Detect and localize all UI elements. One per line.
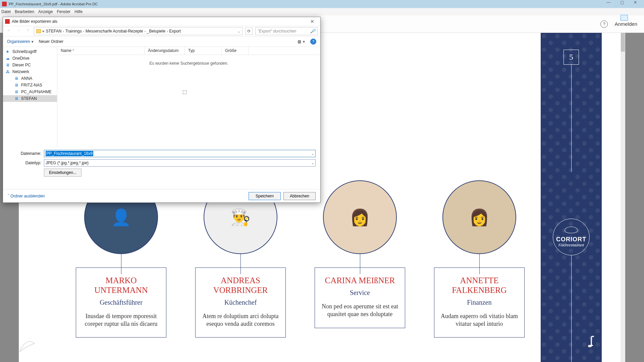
folder-icon <box>36 29 41 33</box>
refresh-button[interactable]: ⟳ <box>245 27 253 35</box>
col-modified[interactable]: Änderungsdatum <box>145 47 185 55</box>
crumb[interactable]: Export <box>169 29 181 34</box>
dialog-toolbar: Organisieren ▼ Neuer Ordner ▦ ▼ ? <box>3 37 320 47</box>
nav-back-button[interactable]: ← <box>6 28 12 35</box>
nav-forward-button[interactable]: → <box>15 28 22 35</box>
dialog-nav: ← → ↑ « STEFAN› Trainings› Messerscharfe… <box>3 26 320 37</box>
search-icon: 🔎 <box>310 29 315 34</box>
card-blurb: Atem re doluptium arci dolupta esequo ve… <box>200 312 281 328</box>
folder-tree: ★Schnellzugriff ☁OneDrive 🖥Dieser PC 🖧Ne… <box>3 47 57 147</box>
tree-network[interactable]: 🖧Netzwerk <box>3 68 57 75</box>
tree-onedrive[interactable]: ☁OneDrive <box>3 55 57 62</box>
app-title: PP_Fischrestaurant_16x9.pdf - Adobe Acro… <box>9 2 602 6</box>
search-placeholder: "Export" durchsuchen <box>258 29 296 34</box>
tree-node[interactable]: 🖥FRITZ-NAS <box>3 82 57 88</box>
monitor-icon: 🖥 <box>14 76 19 81</box>
card-blurb: Non ped eos aperume sit est eat quasitet… <box>320 303 400 318</box>
file-list: Name ^ Änderungsdatum Typ Größe Es wurde… <box>57 47 320 147</box>
card-blurb: Inusdae di tempore mporessit coreper rup… <box>81 312 161 328</box>
monitor-icon: 🖥 <box>14 89 19 94</box>
page-number-box: 5 <box>564 50 579 65</box>
menu-file[interactable]: Datei <box>1 9 11 14</box>
brand-name: CORIORT <box>556 236 586 243</box>
window-close-button[interactable]: ✕ <box>629 0 642 8</box>
card-role: Geschäftsführer <box>81 299 161 306</box>
chevron-down-icon[interactable]: ⌄ <box>311 152 314 156</box>
sidebar-line <box>571 255 572 362</box>
chevron-down-icon[interactable]: ⌄ <box>237 29 240 33</box>
file-list-header: Name ^ Änderungsdatum Typ Größe <box>57 47 320 55</box>
col-name[interactable]: Name ^ <box>57 47 145 55</box>
brand-subtitle: Fischrestaurant <box>558 243 584 247</box>
dialog-body: ★Schnellzugriff ☁OneDrive 🖥Dieser PC 🖧Ne… <box>3 47 320 147</box>
breadcrumb-bar[interactable]: « STEFAN› Trainings› Messerscharfe Acrob… <box>34 27 243 35</box>
network-icon: 🖧 <box>6 69 10 74</box>
acrobat-logo-icon <box>5 19 10 24</box>
team-photo: 👩 <box>442 180 516 254</box>
window-maximize-button[interactable]: ▢ <box>615 0 629 8</box>
card-role: Service <box>320 289 400 297</box>
new-folder-button[interactable]: Neuer Ordner <box>39 39 63 44</box>
card-name: ANNETTE FALKENBERG <box>439 276 520 295</box>
team-photo: 👩 <box>323 180 397 254</box>
filename-input[interactable]: PP_Fischrestaurant_16x9 ⌄ <box>44 150 316 157</box>
nav-up-button[interactable]: ↑ <box>24 28 31 35</box>
dialog-close-button[interactable]: ✕ <box>306 17 318 26</box>
card-box: MARKO UNTERMANN Geschäftsführer Inusdae … <box>76 267 166 338</box>
monitor-icon: 🖥 <box>14 96 19 101</box>
crumb[interactable]: « <box>42 29 45 34</box>
app-menubar: Datei Bearbeiten Anzeige Fenster Hilfe <box>0 8 644 15</box>
chevron-down-icon[interactable]: ⌄ <box>311 161 314 165</box>
card-connector <box>479 254 480 267</box>
crumb[interactable]: Messerscharfe Acrobat-Rezepte <box>86 29 143 34</box>
dialog-titlebar: Alle Bilder exportieren als ✕ <box>3 17 320 26</box>
menu-help[interactable]: Hilfe <box>74 9 83 14</box>
team-card: 👩 CARINA MEIßNER Service Non ped eos ape… <box>315 187 405 338</box>
card-connector <box>121 254 121 267</box>
tree-node[interactable]: 🖥ANNA <box>3 75 57 82</box>
settings-button[interactable]: Einstellungen... <box>44 169 82 177</box>
window-minimize-button[interactable]: — <box>602 0 615 8</box>
vertical-scrollbar[interactable] <box>621 33 625 362</box>
team-card: 👩 ANNETTE FALKENBERG Finanzen Audam eape… <box>434 187 525 338</box>
tree-quickaccess[interactable]: ★Schnellzugriff <box>3 48 57 55</box>
filename-value: PP_Fischrestaurant_16x9 <box>46 151 93 156</box>
menu-edit[interactable]: Bearbeiten <box>15 9 34 14</box>
cloud-icon: ☁ <box>6 56 10 61</box>
fish-icon <box>565 227 578 233</box>
leaf-watermark-icon <box>16 335 36 355</box>
tree-node[interactable]: 🖥PC_AUFNAHME <box>3 88 57 95</box>
team-card: 👤 MARKO UNTERMANN Geschäftsführer Inusda… <box>76 187 166 338</box>
team-cards: 👤 MARKO UNTERMANN Geschäftsführer Inusda… <box>76 187 525 338</box>
organize-menu[interactable]: Organisieren ▼ <box>7 39 34 44</box>
view-mode-button[interactable]: ▦ ▼ <box>298 39 306 44</box>
filetype-select[interactable]: JPEG (*.jpg,*.jpeg,*.jpe) ⌄ <box>44 159 316 167</box>
signin-link[interactable]: Anmelden <box>614 21 637 27</box>
app-titlebar: PP_Fischrestaurant_16x9.pdf - Adobe Acro… <box>0 0 644 8</box>
hide-folders-toggle[interactable]: ˆOrdner ausblenden <box>8 194 45 198</box>
filename-label: Dateiname: <box>18 151 41 156</box>
crumb[interactable]: STEFAN <box>46 29 62 34</box>
tree-thispc[interactable]: 🖥Dieser PC <box>3 62 57 68</box>
col-type[interactable]: Typ <box>185 47 222 55</box>
panel-toggle-icon[interactable] <box>621 15 628 21</box>
crumb[interactable]: Trainings <box>65 29 82 34</box>
star-icon: ★ <box>6 49 10 54</box>
help-icon[interactable]: ? <box>600 20 608 28</box>
scroll-thumb[interactable] <box>621 33 625 52</box>
col-size[interactable]: Größe <box>222 47 249 55</box>
card-name: ANDREAS VORBRINGER <box>200 276 281 295</box>
card-name: CARINA MEIßNER <box>320 276 400 286</box>
card-role: Finanzen <box>439 299 520 306</box>
save-button[interactable]: Speichern <box>249 192 281 200</box>
crumb[interactable]: _Beispiele <box>147 29 165 34</box>
cancel-button[interactable]: Abbrechen <box>283 192 316 200</box>
cursor-icon: ⬚ <box>182 89 187 95</box>
card-blurb: Audam eaperro odi vitatio blam vitatur s… <box>439 312 520 328</box>
help-icon[interactable]: ? <box>310 39 316 45</box>
tree-node-selected[interactable]: 🖥STEFAN <box>3 95 57 102</box>
menu-window[interactable]: Fenster <box>57 9 70 14</box>
menu-view[interactable]: Anzeige <box>38 9 53 14</box>
dialog-bottom-bar: ˆOrdner ausblenden Speichern Abbrechen <box>3 189 320 202</box>
search-input[interactable]: "Export" durchsuchen 🔎 <box>255 27 318 35</box>
